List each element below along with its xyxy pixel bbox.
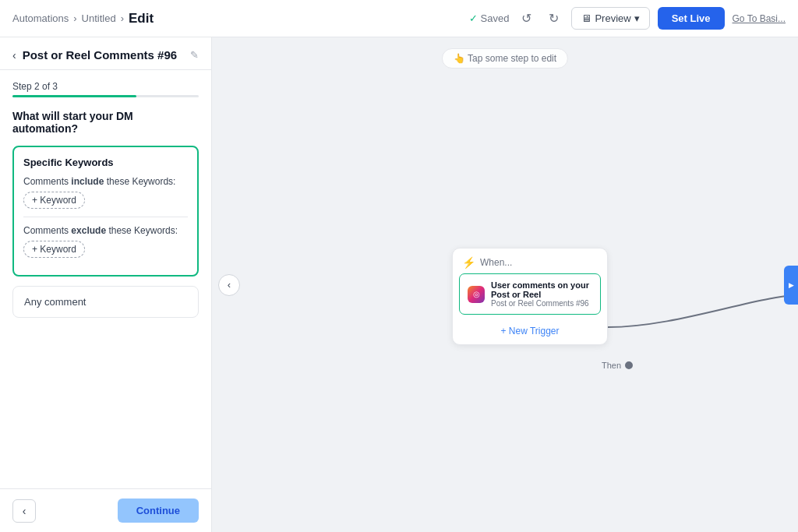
when-node[interactable]: ⚡ When... ◎ User comments on your Post o… [452, 248, 608, 345]
include-label-text: Comments [23, 176, 69, 187]
check-icon: ✓ [469, 12, 478, 24]
right-tab-icon: ▶ [787, 281, 795, 289]
sidebar-title: Post or Reel Comments #96 [23, 48, 184, 62]
canvas[interactable]: 👆 Tap some step to edit ⚡ When... ◎ User… [212, 37, 798, 532]
edit-pencil-icon[interactable]: ✎ [190, 49, 199, 61]
continue-button[interactable]: Continue [118, 499, 199, 523]
preview-label: Preview [595, 12, 630, 24]
go-to-basics-link[interactable]: Go To Basi... [733, 13, 786, 24]
step-progress-bar [12, 95, 199, 97]
trigger-subtitle: Post or Reel Comments #96 [491, 299, 592, 308]
breadcrumb-edit: Edit [129, 11, 154, 26]
sidebar: ‹ Post or Reel Comments #96 ✎ Step 2 of … [0, 37, 212, 532]
include-label: Comments include these Keywords: [23, 176, 188, 187]
top-navigation: Automations › Untitled › Edit ✓ Saved ↺ … [0, 0, 798, 37]
sidebar-footer: ‹ Continue [0, 488, 211, 532]
right-tab[interactable]: ▶ [784, 266, 798, 305]
instagram-icon: ◎ [468, 286, 485, 303]
exclude-keywords-section: Comments exclude these Keywords: + Keywo… [23, 225, 188, 258]
when-node-header: ⚡ When... [453, 248, 607, 273]
include-suffix: these Keywords: [107, 176, 176, 187]
include-strong: include [71, 176, 104, 187]
set-live-button[interactable]: Set Live [658, 7, 725, 30]
trigger-item[interactable]: ◎ User comments on your Post or Reel Pos… [459, 273, 601, 315]
breadcrumb-sep1: › [73, 12, 76, 24]
undo-button[interactable]: ↺ [517, 8, 536, 29]
bolt-icon: ⚡ [462, 256, 475, 269]
top-nav-right: ✓ Saved ↺ ↻ 🖥 Preview ▾ Set Live Go To B… [469, 7, 786, 30]
exclude-label: Comments exclude these Keywords: [23, 225, 188, 236]
redo-button[interactable]: ↻ [544, 8, 563, 29]
saved-label: Saved [481, 12, 510, 24]
then-text: Then [602, 361, 621, 370]
breadcrumb-automations[interactable]: Automations [12, 12, 69, 24]
new-trigger-button[interactable]: + New Trigger [453, 321, 607, 344]
add-exclude-keyword-button[interactable]: + Keyword [23, 241, 85, 258]
monitor-icon: 🖥 [581, 12, 591, 24]
sidebar-content: Step 2 of 3 What will start your DM auto… [0, 70, 211, 488]
then-dot [625, 361, 633, 369]
keywords-card-title: Specific Keywords [23, 157, 188, 168]
preview-button[interactable]: 🖥 Preview ▾ [571, 7, 649, 30]
trigger-text: User comments on your Post or Reel Post … [491, 280, 592, 308]
trigger-title: User comments on your Post or Reel [491, 280, 592, 299]
breadcrumb-untitled[interactable]: Untitled [82, 12, 116, 24]
breadcrumb-sep2: › [121, 12, 124, 24]
previous-button[interactable]: ‹ [12, 499, 36, 523]
exclude-label-text: Comments [23, 225, 69, 236]
step-progress-fill [12, 95, 136, 97]
chevron-down-icon: ▾ [634, 12, 640, 24]
exclude-strong: exclude [71, 225, 106, 236]
add-include-keyword-button[interactable]: + Keyword [23, 192, 85, 209]
then-label: Then [602, 361, 633, 370]
hint-text: 👆 Tap some step to edit [454, 53, 556, 64]
when-label: When... [480, 257, 512, 268]
specific-keywords-card: Specific Keywords Comments include these… [12, 146, 199, 277]
include-keywords-section: Comments include these Keywords: + Keywo… [23, 176, 188, 209]
step-indicator: Step 2 of 3 [12, 81, 199, 92]
keywords-divider [23, 217, 188, 217]
any-comment-option[interactable]: Any comment [12, 286, 199, 318]
canvas-hint: 👆 Tap some step to edit [442, 48, 568, 69]
main-layout: ‹ Post or Reel Comments #96 ✎ Step 2 of … [0, 37, 798, 532]
saved-badge: ✓ Saved [469, 12, 510, 24]
back-button[interactable]: ‹ [12, 49, 16, 62]
sidebar-header: ‹ Post or Reel Comments #96 ✎ [0, 37, 211, 70]
section-question: What will start your DM automation? [12, 110, 199, 135]
exclude-suffix: these Keywords: [108, 225, 178, 236]
canvas-nav-left-button[interactable]: ‹ [218, 274, 240, 296]
breadcrumb: Automations › Untitled › Edit [12, 11, 154, 26]
